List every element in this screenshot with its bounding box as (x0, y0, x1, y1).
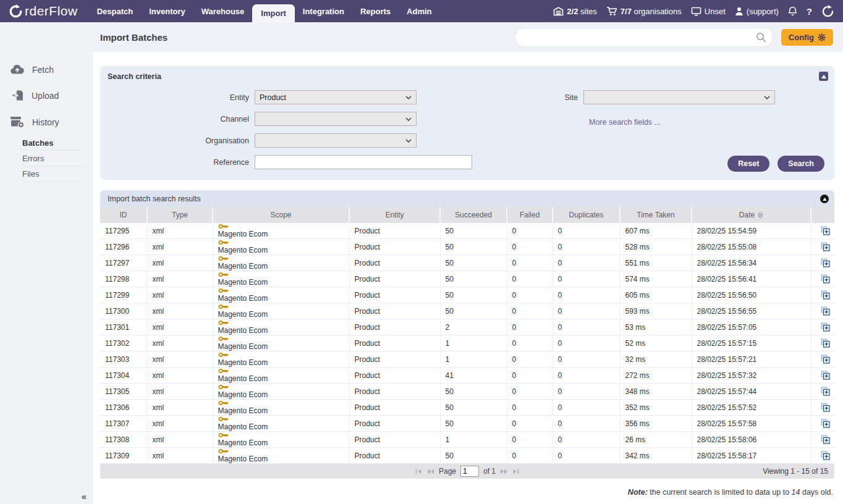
sidebar-item-history[interactable]: History (0, 111, 93, 133)
cell-duplicates: 0 (553, 303, 620, 319)
table-row[interactable]: 117297 xml Magento Ecom Product 50 0 0 5… (100, 255, 834, 271)
history-refresh-icon[interactable] (821, 5, 834, 18)
table-row[interactable]: 117304 xml Magento Ecom Product 41 0 0 2… (100, 368, 834, 384)
monitor-icon (691, 7, 701, 16)
chevron-down-icon (405, 96, 412, 99)
workstation-unset[interactable]: Unset (691, 7, 726, 16)
open-batch-icon[interactable] (821, 403, 830, 412)
table-row[interactable]: 117303 xml Magento Ecom Product 1 0 0 32… (100, 351, 834, 368)
key-icon (218, 384, 349, 390)
cell-duplicates: 0 (553, 384, 620, 400)
nav-tab-admin[interactable]: Admin (399, 0, 439, 22)
help-icon[interactable]: ? (807, 6, 812, 17)
cell-succeeded: 50 (440, 287, 507, 303)
open-batch-icon[interactable] (821, 419, 830, 428)
organisations-status[interactable]: 7/7 organisations (606, 6, 682, 16)
channel-select[interactable] (255, 112, 417, 126)
more-search-fields-link[interactable]: More search fields ... (589, 118, 661, 127)
gear-icon (818, 33, 826, 41)
open-batch-icon[interactable] (821, 290, 830, 300)
collapse-search-panel-button[interactable] (819, 72, 828, 81)
nav-tab-inventory[interactable]: Inventory (141, 0, 193, 22)
notifications-bell-icon[interactable] (788, 6, 797, 16)
open-batch-icon[interactable] (821, 371, 830, 380)
open-batch-icon[interactable] (821, 274, 830, 284)
reference-input[interactable] (255, 155, 472, 169)
column-header-entity[interactable]: Entity (349, 207, 440, 223)
table-row[interactable]: 117298 xml Magento Ecom Product 50 0 0 5… (100, 271, 834, 287)
entity-select[interactable]: Product (255, 90, 417, 104)
open-batch-icon[interactable] (821, 338, 830, 348)
sidebar-item-upload[interactable]: Upload (0, 85, 93, 106)
cell-duplicates: 0 (553, 239, 620, 255)
sidebar-item-batches[interactable]: Batches (22, 135, 84, 151)
open-batch-icon[interactable] (821, 242, 830, 251)
nav-tab-integration[interactable]: Integration (295, 0, 352, 22)
column-header-type[interactable]: Type (147, 207, 213, 223)
previous-page-icon[interactable] (426, 469, 434, 474)
table-row[interactable]: 117296 xml Magento Ecom Product 50 0 0 5… (100, 239, 834, 255)
table-row[interactable]: 117308 xml Magento Ecom Product 1 0 0 26… (100, 432, 834, 448)
config-button[interactable]: Config (781, 29, 833, 46)
column-header-time-taken[interactable]: Time Taken (620, 207, 692, 223)
next-page-icon[interactable] (500, 469, 508, 474)
last-page-icon[interactable] (512, 469, 519, 474)
key-icon (218, 239, 349, 246)
cell-type: xml (147, 432, 213, 448)
first-page-icon[interactable] (415, 469, 422, 474)
cell-date: 28/02/25 15:57:32 (692, 368, 811, 384)
document-import-icon (12, 90, 24, 101)
cloud-upload-icon (10, 64, 25, 75)
nav-tab-import[interactable]: Import (252, 4, 294, 22)
sidebar-collapse-button[interactable]: « (82, 491, 87, 502)
cell-id: 117295 (100, 223, 147, 239)
cell-succeeded: 50 (440, 255, 507, 271)
collapse-results-panel-button[interactable] (820, 195, 829, 203)
user-menu[interactable]: (support) (735, 7, 779, 16)
sidebar-item-errors[interactable]: Errors (22, 151, 84, 166)
table-row[interactable]: 117299 xml Magento Ecom Product 50 0 0 6… (100, 287, 834, 303)
open-batch-icon[interactable] (821, 322, 830, 332)
brand-logo[interactable]: rderFlow (0, 0, 89, 22)
organisation-select[interactable] (255, 133, 417, 148)
nav-tab-despatch[interactable]: Despatch (89, 0, 142, 22)
column-header-duplicates[interactable]: Duplicates (553, 207, 620, 223)
column-header-failed[interactable]: Failed (507, 207, 553, 223)
search-button[interactable]: Search (777, 156, 824, 172)
cell-scope: Magento Ecom (213, 239, 349, 255)
nav-tab-reports[interactable]: Reports (352, 0, 399, 22)
nav-tab-warehouse[interactable]: Warehouse (193, 0, 253, 22)
reset-button[interactable]: Reset (727, 156, 769, 172)
column-header-scope[interactable]: Scope (213, 207, 349, 223)
cell-entity: Product (349, 271, 440, 287)
table-row[interactable]: 117305 xml Magento Ecom Product 50 0 0 3… (100, 384, 834, 400)
table-row[interactable]: 117302 xml Magento Ecom Product 1 0 0 52… (100, 335, 834, 351)
cell-entity: Product (349, 319, 440, 335)
cell-actions (811, 303, 834, 319)
table-row[interactable]: 117300 xml Magento Ecom Product 50 0 0 5… (100, 303, 834, 319)
open-batch-icon[interactable] (821, 258, 830, 267)
open-batch-icon[interactable] (821, 451, 830, 460)
table-row[interactable]: 117309 xml Magento Ecom Product 50 0 0 3… (100, 448, 834, 464)
sidebar-item-fetch[interactable]: Fetch (0, 59, 93, 80)
sites-status[interactable]: 2/2 sites (553, 7, 596, 16)
viewing-range-label: Viewing 1 - 15 of 15 (763, 467, 828, 476)
column-header-id[interactable]: ID (100, 207, 147, 223)
page-number-input[interactable] (460, 466, 479, 477)
table-row[interactable]: 117295 xml Magento Ecom Product 50 0 0 6… (100, 223, 834, 239)
open-batch-icon[interactable] (821, 387, 830, 396)
site-select[interactable] (583, 90, 775, 104)
cell-succeeded: 41 (440, 368, 507, 384)
table-row[interactable]: 117307 xml Magento Ecom Product 50 0 0 3… (100, 416, 834, 432)
open-batch-icon[interactable] (821, 306, 830, 316)
open-batch-icon[interactable] (821, 355, 830, 364)
column-header-succeeded[interactable]: Succeeded (440, 207, 507, 223)
table-row[interactable]: 117306 xml Magento Ecom Product 50 0 0 3… (100, 400, 834, 416)
open-batch-icon[interactable] (821, 226, 830, 235)
search-icon[interactable] (756, 32, 766, 43)
table-row[interactable]: 117301 xml Magento Ecom Product 2 0 0 53… (100, 319, 834, 335)
search-input[interactable] (524, 33, 756, 42)
sidebar-item-files[interactable]: Files (22, 166, 84, 182)
column-header-date[interactable]: Date (692, 207, 811, 223)
open-batch-icon[interactable] (821, 435, 830, 444)
